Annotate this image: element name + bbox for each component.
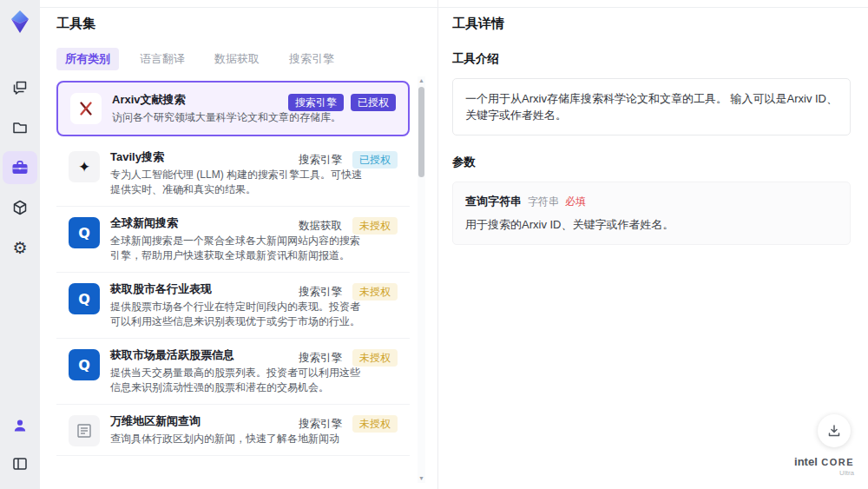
param-header: 查询字符串 字符串 必填 [465, 194, 838, 209]
tab-language-translation[interactable]: 语言翻译 [131, 48, 194, 70]
left-rail: ⚙ [0, 0, 40, 489]
settings-gear-icon[interactable]: ⚙ [3, 231, 37, 264]
intro-text: 一个用于从Arxiv存储库搜索科学论文和文章的工具。 输入可以是Arxiv ID… [452, 78, 851, 135]
scrollbar-up-icon[interactable]: ▲ [418, 76, 424, 85]
news-api-icon: Q [69, 349, 100, 380]
tool-badges: 数据获取 未授权 [299, 217, 398, 235]
scrollbar-down-icon[interactable]: ▼ [418, 474, 424, 483]
intel-core-logo: intel CORE Ultra [794, 456, 854, 479]
tool-badges: 搜索引擎 未授权 [299, 349, 398, 367]
brand-sub: Ultra [794, 468, 854, 479]
intro-heading: 工具介绍 [452, 51, 851, 67]
q-glyph: Q [78, 225, 90, 241]
brand-intel: intel [794, 455, 818, 468]
tab-search-engine[interactable]: 搜索引擎 [280, 48, 343, 70]
cube-icon[interactable] [3, 191, 37, 224]
tool-list: Arxiv文献搜索 访问各个研究领域大量科学论文和文章的存储库。 搜索引擎 已授… [56, 81, 410, 456]
tool-detail-panel: 工具详情 工具介绍 一个用于从Arxiv存储库搜索科学论文和文章的工具。 输入可… [437, 0, 868, 489]
newspaper-icon [69, 415, 100, 446]
chat-icon[interactable] [3, 71, 37, 104]
tool-description: 提供股票市场各个行业在特定时间段内的表现。投资者可以利用这些信息来识别表现优于或… [110, 300, 364, 329]
param-description: 用于搜索的Arxiv ID、关键字或作者姓名。 [465, 217, 838, 233]
tab-data-fetch[interactable]: 数据获取 [206, 48, 268, 70]
tool-card-active-stocks[interactable]: Q 获取市场最活跃股票信息 提供当天交易量最高的股票列表。投资者可以利用这些信息… [56, 339, 410, 405]
auth-status-badge: 已授权 [351, 94, 396, 111]
category-label: 搜索引擎 [299, 285, 342, 300]
download-icon [826, 423, 842, 439]
auth-status-badge: 未授权 [352, 217, 398, 235]
category-label: 搜索引擎 [299, 153, 342, 168]
category-tabs: 所有类别 语言翻译 数据获取 搜索引擎 [56, 48, 437, 70]
tools-panel: 工具集 所有类别 语言翻译 数据获取 搜索引擎 Arxiv文献搜索 访问各个研究… [40, 0, 437, 489]
scrollbar-track[interactable] [418, 85, 425, 474]
tool-badges: 搜索引擎 未授权 [299, 415, 398, 433]
app-logo[interactable] [6, 7, 34, 36]
gear-glyph: ⚙ [12, 240, 27, 256]
params-heading: 参数 [452, 155, 851, 170]
star-glyph: ✦ [78, 160, 90, 175]
param-required-flag: 必填 [565, 195, 586, 209]
folder-icon[interactable] [3, 111, 37, 144]
tool-badges: 搜索引擎 已授权 [299, 151, 398, 169]
tool-card-sector-performance[interactable]: Q 获取股市各行业表现 提供股票市场各个行业在特定时间段内的表现。投资者可以利用… [56, 273, 410, 339]
auth-status-badge: 已授权 [352, 151, 398, 169]
tool-description: 专为人工智能代理 (LLM) 构建的搜索引擎工具。可快速提供实时、准确和真实的结… [110, 168, 364, 197]
category-label: 搜索引擎 [299, 417, 342, 432]
tool-description: 全球新闻搜索是一个聚合全球各大新闻网站内容的搜索引擎，帮助用户快速获取全球最新资… [110, 234, 364, 263]
arxiv-icon [70, 93, 102, 124]
auth-status-badge: 未授权 [352, 415, 398, 433]
tool-card-global-news[interactable]: Q 全球新闻搜索 全球新闻搜索是一个聚合全球各大新闻网站内容的搜索引擎，帮助用户… [56, 207, 410, 273]
tool-description: 访问各个研究领域大量科学论文和文章的存储库。 [112, 110, 365, 125]
q-glyph: Q [78, 357, 90, 373]
auth-status-badge: 未授权 [352, 283, 398, 301]
param-name: 查询字符串 [465, 194, 522, 209]
category-label: 搜索引擎 [299, 351, 342, 366]
category-badge: 搜索引擎 [288, 94, 344, 111]
page-title: 工具集 [56, 16, 437, 32]
tool-card-arxiv[interactable]: Arxiv文献搜索 访问各个研究领域大量科学论文和文章的存储库。 搜索引擎 已授… [56, 81, 410, 136]
tool-badges: 搜索引擎 未授权 [299, 283, 398, 301]
scrollbar-thumb[interactable] [418, 87, 424, 177]
download-button[interactable] [818, 414, 851, 447]
tool-card-tavily[interactable]: ✦ Tavily搜索 专为人工智能代理 (LLM) 构建的搜索引擎工具。可快速提… [56, 141, 410, 207]
tool-card-regional-news[interactable]: 万维地区新闻查询 查询具体行政区划内的新闻，快速了解各地新闻动 搜索引擎 未授权 [56, 405, 410, 456]
rail-bottom [3, 409, 37, 480]
tab-all-categories[interactable]: 所有类别 [56, 48, 119, 70]
param-type: 字符串 [528, 195, 559, 209]
category-label: 数据获取 [299, 219, 342, 234]
news-api-icon: Q [69, 217, 100, 248]
detail-title: 工具详情 [452, 16, 851, 32]
tool-description: 查询具体行政区划内的新闻，快速了解各地新闻动 [110, 432, 364, 446]
tavily-star-icon: ✦ [69, 151, 100, 182]
param-item: 查询字符串 字符串 必填 用于搜索的Arxiv ID、关键字或作者姓名。 [452, 182, 851, 245]
brand-core: CORE [821, 457, 854, 467]
user-icon[interactable] [3, 409, 37, 442]
tool-badges: 搜索引擎 已授权 [288, 94, 396, 111]
auth-status-badge: 未授权 [352, 349, 398, 367]
tool-description: 提供当天交易量最高的股票列表。投资者可以利用这些信息来识别流动性强的股票和潜在的… [110, 366, 364, 395]
list-scrollbar[interactable]: ▲ ▼ [418, 76, 425, 483]
rail-nav: ⚙ [3, 71, 37, 264]
toolbox-icon[interactable] [3, 151, 37, 184]
q-glyph: Q [78, 291, 90, 307]
panel-toggle-icon[interactable] [3, 447, 37, 480]
news-api-icon: Q [69, 283, 100, 314]
main-area: 工具集 所有类别 语言翻译 数据获取 搜索引擎 Arxiv文献搜索 访问各个研究… [40, 0, 868, 489]
